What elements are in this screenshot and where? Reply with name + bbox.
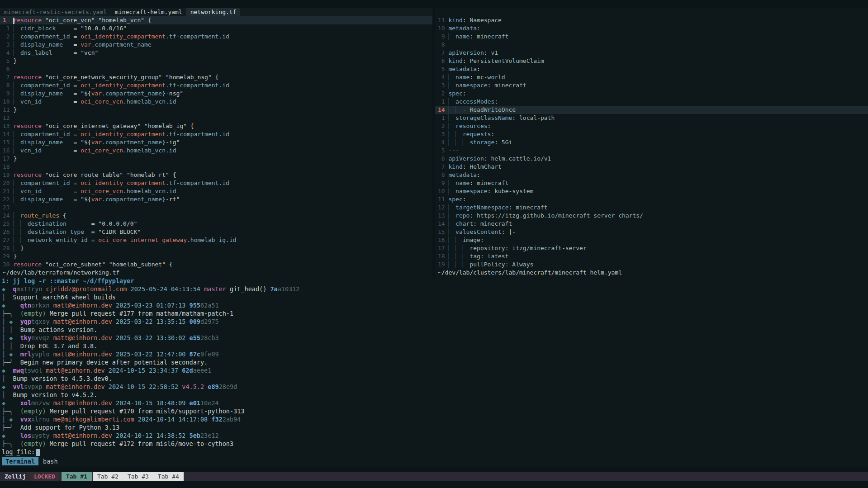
line-number: 4 (438, 73, 445, 81)
line-number: 16 (3, 147, 10, 155)
code-line: 5--- (438, 147, 868, 155)
jj-log-line: ◆ qmxttryn cjriddz@protonmail.com 2025-0… (2, 285, 868, 293)
prompt-text-underlined: f (17, 448, 20, 455)
code-line: 2spec: (438, 90, 868, 98)
editor-pane-networking-tf[interactable]: minecraft-restic-secrets.yamlminecraft-h… (0, 8, 432, 277)
line-number: 22 (3, 195, 10, 204)
zellij-tab-tab-1[interactable]: Tab #1 (62, 472, 92, 481)
zellij-session: minecraft-restic-secrets.yamlminecraft-h… (0, 0, 868, 488)
line-number: 16 (438, 236, 445, 244)
left-editor-path: ~/dev/lab/terraform/networking.tf (0, 269, 432, 277)
terminal-pane-title: 1: jj log -r ::master ~/d/ffpyplayer (2, 277, 868, 285)
zellij-tab-tab-3[interactable]: Tab #3 (123, 472, 153, 481)
line-number: 21 (3, 187, 10, 195)
zellij-tab-list: Tab #1Tab #2Tab #3Tab #4 (62, 472, 184, 481)
code-line: 14▏ compartment_id = oci_identity_compar… (3, 130, 432, 138)
jj-log-line: │ Bump version to 4.5.3.dev0. (2, 374, 868, 383)
buffer-tab-minecraft-helm.yaml[interactable]: minecraft-helm.yaml (111, 8, 186, 16)
line-number: 10 (3, 98, 10, 106)
zellij-tab-tab-2[interactable]: Tab #2 (93, 472, 123, 481)
code-line: 24▏ route_rules { (3, 212, 432, 220)
jj-log-line: ◆ qtnorkxn matt@einhorn.dev 2025-03-23 0… (2, 301, 868, 309)
jj-log-line: │ ◆ mrlyvplo matt@einhorn.dev 2025-03-22… (2, 350, 868, 358)
jj-log-line: │ ◆ tkynxvqz matt@einhorn.dev 2025-03-22… (2, 334, 868, 342)
code-line: 1▏ storageClassName: local-path (438, 114, 868, 122)
line-number: 11 (438, 16, 445, 24)
line-number: 2 (438, 90, 445, 98)
code-line: 10▏ vcn_id = oci_core_vcn.homelab_vcn.id (3, 98, 432, 106)
line-number: 9 (3, 90, 10, 98)
code-line: 6 (3, 65, 432, 73)
code-line: 2▏ resources: (438, 122, 868, 130)
code-line: 8--- (438, 41, 868, 49)
code-line: 4▏ name: mc-world (438, 73, 868, 81)
code-line: 19resource "oci_core_route_table" "homel… (3, 171, 432, 179)
line-number: 3 (438, 130, 445, 138)
shell-prompt[interactable]: log file: (2, 448, 868, 456)
code-line: 5} (3, 57, 432, 65)
yaml-code[interactable]: 11kind: Namespace10metadata:9▏ name: min… (435, 16, 868, 269)
code-line: 10metadata: (438, 24, 868, 33)
code-line: 15▏ display_name = "${var.compartment_na… (3, 138, 432, 147)
line-number: 27 (3, 236, 10, 244)
code-line: 19▏ ▏ ▏ pullPolicy: Always (438, 261, 868, 269)
line-number: 5 (438, 65, 445, 73)
line-number: 28 (3, 244, 10, 252)
terraform-code[interactable]: 1resource "oci_core_vcn" "homelab_vcn" {… (0, 16, 432, 269)
line-number: 5 (3, 57, 10, 65)
jj-log-line: │ ◆ yqptqxsy matt@einhorn.dev 2025-03-22… (2, 317, 868, 326)
prompt-text (13, 448, 16, 455)
line-number: 20 (3, 179, 10, 187)
line-number: 18 (438, 252, 445, 261)
prompt-text: l (2, 448, 5, 455)
jj-log-line: ◆ xolmnzvw matt@einhorn.dev 2024-10-15 1… (2, 399, 868, 407)
line-number: 1 (438, 98, 445, 106)
code-line: 12▏ targetNamespace: minecraft (438, 204, 868, 212)
code-line: 3▏ ▏ requests: (438, 130, 868, 138)
jj-log-line: ◆ losuysty matt@einhorn.dev 2024-10-12 1… (2, 431, 868, 440)
editor-pane-minecraft-helm-yaml[interactable]: 11kind: Namespace10metadata:9▏ name: min… (435, 8, 868, 277)
code-line: 27▏ ▏ network_entity_id = oci_core_inter… (3, 236, 432, 244)
zellij-tab-tab-4[interactable]: Tab #4 (153, 472, 184, 481)
jj-log-line: │ ◆ vvxxlrnu me@mirkogalimberti.com 2024… (2, 415, 868, 423)
line-number: 15 (438, 228, 445, 236)
line-number: 17 (438, 244, 445, 252)
code-line: 13▏ repo: https://itzg.github.io/minecra… (438, 212, 868, 220)
code-line: 16▏ ▏ image: (438, 236, 868, 244)
code-line: 10▏ namespace: kube-system (438, 187, 868, 195)
jj-log-line: ├─╮ (empty) Merge pull request #177 from… (2, 309, 868, 317)
code-line: 6kind: PersistentVolumeClaim (438, 57, 868, 65)
mode-indicator-locked: LOCKED (30, 472, 59, 481)
buffer-tab-networking.tf[interactable]: networking.tf (186, 8, 241, 16)
line-number: 3 (3, 41, 10, 49)
code-line: 2▏ compartment_id = oci_identity_compart… (3, 33, 432, 41)
line-number: 9 (438, 179, 445, 187)
code-line: 17} (3, 155, 432, 163)
terminal-pane[interactable]: 1: jj log -r ::master ~/d/ffpyplayer ◆ q… (0, 277, 868, 467)
line-number: 14 (3, 130, 10, 138)
line-number: 6 (438, 57, 445, 65)
line-number: 7 (438, 163, 445, 171)
jj-log-line: ◆ vvlsvpxp matt@einhorn.dev 2024-10-15 2… (2, 383, 868, 391)
code-line: 4▏ dns_label = "vcn" (3, 49, 432, 57)
line-number: 2 (438, 122, 445, 130)
jj-log-line: │ │ Bump actions version. (2, 326, 868, 334)
line-number: 6 (3, 65, 10, 73)
prompt-text: ile: (20, 448, 35, 455)
code-line: 7kind: HelmChart (438, 163, 868, 171)
line-number: 13 (3, 122, 10, 130)
jj-log-output: ◆ qmxttryn cjriddz@protonmail.com 2025-0… (2, 285, 868, 448)
code-line: 6apiVersion: helm.cattle.io/v1 (438, 155, 868, 163)
code-line: 17▏ ▏ ▏ repository: itzg/minecraft-serve… (438, 244, 868, 252)
code-line: 23 (3, 204, 432, 212)
code-line: 1▏ accessModes: (438, 98, 868, 106)
zellij-status-bar: Zellij LOCKED Tab #1Tab #2Tab #3Tab #4 (0, 472, 868, 481)
zellij-logo: Zellij (0, 472, 30, 481)
code-line: 22▏ display_name = "${var.compartment_na… (3, 195, 432, 204)
code-line: 7apiVersion: v1 (438, 49, 868, 57)
buffer-tab-minecraft-restic-secrets.yaml[interactable]: minecraft-restic-secrets.yaml (0, 8, 111, 16)
line-number: 24 (3, 212, 10, 220)
line-number: 17 (3, 155, 10, 163)
line-number: 18 (3, 163, 10, 171)
line-number: 13 (438, 212, 445, 220)
